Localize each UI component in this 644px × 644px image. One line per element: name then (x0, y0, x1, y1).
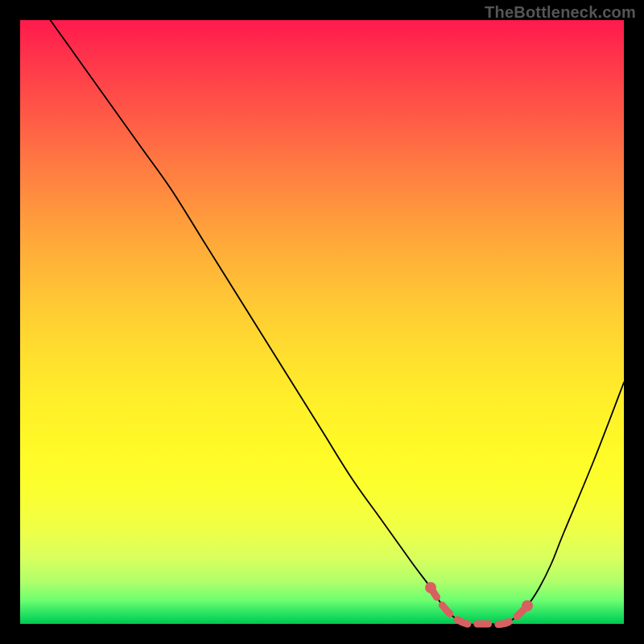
plot-area (20, 20, 624, 624)
optimal-range-end-dot (522, 601, 533, 612)
optimal-range-start-dot (425, 582, 436, 593)
bottleneck-curve (51, 20, 625, 625)
watermark-text: TheBottleneck.com (485, 3, 636, 22)
chart-frame: TheBottleneck.com (0, 0, 644, 644)
curve-svg (20, 20, 624, 624)
